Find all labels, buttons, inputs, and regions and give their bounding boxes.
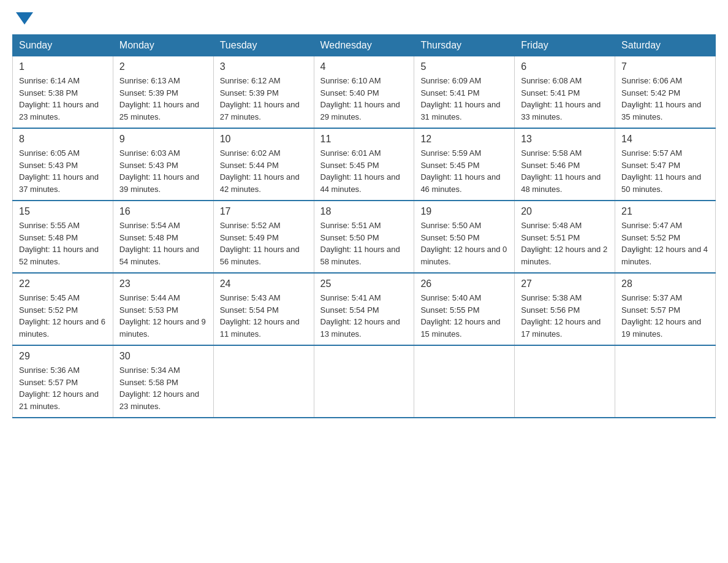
- header-cell-tuesday: Tuesday: [213, 35, 314, 56]
- day-info: Sunrise: 5:45 AMSunset: 5:52 PMDaylight:…: [19, 293, 105, 339]
- header-cell-wednesday: Wednesday: [314, 35, 414, 56]
- header-cell-monday: Monday: [113, 35, 213, 56]
- calendar-cell: 28 Sunrise: 5:37 AMSunset: 5:57 PMDaylig…: [615, 273, 716, 345]
- day-info: Sunrise: 5:54 AMSunset: 5:48 PMDaylight:…: [119, 221, 199, 266]
- day-info: Sunrise: 6:09 AMSunset: 5:41 PMDaylight:…: [420, 76, 500, 121]
- day-number: 26: [420, 278, 508, 289]
- day-info: Sunrise: 5:48 AMSunset: 5:51 PMDaylight:…: [521, 221, 607, 266]
- day-info: Sunrise: 6:13 AMSunset: 5:39 PMDaylight:…: [119, 76, 199, 121]
- calendar-cell: 4 Sunrise: 6:10 AMSunset: 5:40 PMDayligh…: [314, 56, 414, 129]
- calendar-body: 1 Sunrise: 6:14 AMSunset: 5:38 PMDayligh…: [13, 56, 716, 418]
- day-number: 11: [320, 134, 408, 145]
- day-number: 24: [220, 278, 308, 289]
- calendar-cell: [515, 345, 615, 418]
- day-number: 29: [19, 351, 107, 362]
- calendar-cell: 15 Sunrise: 5:55 AMSunset: 5:48 PMDaylig…: [13, 201, 113, 273]
- calendar-cell: [615, 345, 716, 418]
- day-info: Sunrise: 6:05 AMSunset: 5:43 PMDaylight:…: [19, 148, 99, 194]
- header-cell-sunday: Sunday: [13, 35, 113, 56]
- calendar-cell: 17 Sunrise: 5:52 AMSunset: 5:49 PMDaylig…: [213, 201, 314, 273]
- day-number: 1: [19, 61, 107, 72]
- day-info: Sunrise: 6:12 AMSunset: 5:39 PMDaylight:…: [220, 76, 300, 121]
- day-number: 2: [119, 61, 207, 72]
- day-number: 10: [220, 134, 308, 145]
- calendar-cell: 13 Sunrise: 5:58 AMSunset: 5:46 PMDaylig…: [515, 128, 615, 201]
- week-row-1: 1 Sunrise: 6:14 AMSunset: 5:38 PMDayligh…: [13, 56, 716, 129]
- calendar-cell: 10 Sunrise: 6:02 AMSunset: 5:44 PMDaylig…: [213, 128, 314, 201]
- calendar-cell: 12 Sunrise: 5:59 AMSunset: 5:45 PMDaylig…: [414, 128, 515, 201]
- day-info: Sunrise: 6:01 AMSunset: 5:45 PMDaylight:…: [320, 148, 400, 194]
- calendar-cell: 26 Sunrise: 5:40 AMSunset: 5:55 PMDaylig…: [414, 273, 515, 345]
- calendar-cell: 5 Sunrise: 6:09 AMSunset: 5:41 PMDayligh…: [414, 56, 515, 129]
- header-cell-thursday: Thursday: [414, 35, 515, 56]
- day-number: 7: [621, 61, 709, 72]
- day-number: 30: [119, 351, 207, 362]
- day-number: 28: [621, 278, 709, 289]
- calendar-cell: 30 Sunrise: 5:34 AMSunset: 5:58 PMDaylig…: [113, 345, 213, 418]
- week-row-3: 15 Sunrise: 5:55 AMSunset: 5:48 PMDaylig…: [13, 201, 716, 273]
- calendar-cell: 23 Sunrise: 5:44 AMSunset: 5:53 PMDaylig…: [113, 273, 213, 345]
- day-info: Sunrise: 5:37 AMSunset: 5:57 PMDaylight:…: [621, 293, 701, 339]
- day-info: Sunrise: 5:58 AMSunset: 5:46 PMDaylight:…: [521, 148, 601, 194]
- calendar-cell: 6 Sunrise: 6:08 AMSunset: 5:41 PMDayligh…: [515, 56, 615, 129]
- day-number: 5: [420, 61, 508, 72]
- calendar-cell: [213, 345, 314, 418]
- day-number: 6: [521, 61, 609, 72]
- day-info: Sunrise: 5:55 AMSunset: 5:48 PMDaylight:…: [19, 221, 99, 266]
- header-cell-saturday: Saturday: [615, 35, 716, 56]
- day-info: Sunrise: 6:02 AMSunset: 5:44 PMDaylight:…: [220, 148, 300, 194]
- day-info: Sunrise: 5:59 AMSunset: 5:45 PMDaylight:…: [420, 148, 500, 194]
- calendar-table: SundayMondayTuesdayWednesdayThursdayFrid…: [12, 34, 716, 418]
- calendar-cell: 14 Sunrise: 5:57 AMSunset: 5:47 PMDaylig…: [615, 128, 716, 201]
- day-number: 19: [420, 206, 508, 217]
- day-number: 25: [320, 278, 408, 289]
- day-number: 21: [621, 206, 709, 217]
- day-number: 27: [521, 278, 609, 289]
- logo: [12, 12, 33, 25]
- day-info: Sunrise: 5:51 AMSunset: 5:50 PMDaylight:…: [320, 221, 400, 266]
- day-info: Sunrise: 5:47 AMSunset: 5:52 PMDaylight:…: [621, 221, 708, 266]
- day-number: 12: [420, 134, 508, 145]
- calendar-cell: 21 Sunrise: 5:47 AMSunset: 5:52 PMDaylig…: [615, 201, 716, 273]
- day-info: Sunrise: 6:14 AMSunset: 5:38 PMDaylight:…: [19, 76, 99, 121]
- week-row-4: 22 Sunrise: 5:45 AMSunset: 5:52 PMDaylig…: [13, 273, 716, 345]
- calendar-cell: 8 Sunrise: 6:05 AMSunset: 5:43 PMDayligh…: [13, 128, 113, 201]
- calendar-cell: 9 Sunrise: 6:03 AMSunset: 5:43 PMDayligh…: [113, 128, 213, 201]
- day-number: 8: [19, 134, 107, 145]
- day-number: 13: [521, 134, 609, 145]
- calendar-cell: [414, 345, 515, 418]
- day-info: Sunrise: 5:52 AMSunset: 5:49 PMDaylight:…: [220, 221, 300, 266]
- day-number: 20: [521, 206, 609, 217]
- calendar-cell: 20 Sunrise: 5:48 AMSunset: 5:51 PMDaylig…: [515, 201, 615, 273]
- calendar-cell: 29 Sunrise: 5:36 AMSunset: 5:57 PMDaylig…: [13, 345, 113, 418]
- calendar-cell: 3 Sunrise: 6:12 AMSunset: 5:39 PMDayligh…: [213, 56, 314, 129]
- calendar-header: SundayMondayTuesdayWednesdayThursdayFrid…: [13, 35, 716, 56]
- day-info: Sunrise: 5:36 AMSunset: 5:57 PMDaylight:…: [19, 366, 99, 411]
- logo-triangle-icon: [16, 12, 33, 25]
- day-info: Sunrise: 5:40 AMSunset: 5:55 PMDaylight:…: [420, 293, 500, 339]
- day-info: Sunrise: 6:08 AMSunset: 5:41 PMDaylight:…: [521, 76, 601, 121]
- calendar-cell: 22 Sunrise: 5:45 AMSunset: 5:52 PMDaylig…: [13, 273, 113, 345]
- day-number: 4: [320, 61, 408, 72]
- calendar-cell: 18 Sunrise: 5:51 AMSunset: 5:50 PMDaylig…: [314, 201, 414, 273]
- day-number: 17: [220, 206, 308, 217]
- header: [12, 12, 716, 25]
- week-row-2: 8 Sunrise: 6:05 AMSunset: 5:43 PMDayligh…: [13, 128, 716, 201]
- calendar-cell: 11 Sunrise: 6:01 AMSunset: 5:45 PMDaylig…: [314, 128, 414, 201]
- day-number: 3: [220, 61, 308, 72]
- calendar-cell: 2 Sunrise: 6:13 AMSunset: 5:39 PMDayligh…: [113, 56, 213, 129]
- day-number: 14: [621, 134, 709, 145]
- day-number: 16: [119, 206, 207, 217]
- day-info: Sunrise: 5:50 AMSunset: 5:50 PMDaylight:…: [420, 221, 507, 266]
- day-info: Sunrise: 5:34 AMSunset: 5:58 PMDaylight:…: [119, 366, 199, 411]
- header-row: SundayMondayTuesdayWednesdayThursdayFrid…: [13, 35, 716, 56]
- calendar-cell: 27 Sunrise: 5:38 AMSunset: 5:56 PMDaylig…: [515, 273, 615, 345]
- day-info: Sunrise: 6:10 AMSunset: 5:40 PMDaylight:…: [320, 76, 400, 121]
- week-row-5: 29 Sunrise: 5:36 AMSunset: 5:57 PMDaylig…: [13, 345, 716, 418]
- day-info: Sunrise: 5:38 AMSunset: 5:56 PMDaylight:…: [521, 293, 601, 339]
- day-info: Sunrise: 5:43 AMSunset: 5:54 PMDaylight:…: [220, 293, 300, 339]
- calendar-cell: 7 Sunrise: 6:06 AMSunset: 5:42 PMDayligh…: [615, 56, 716, 129]
- day-number: 9: [119, 134, 207, 145]
- calendar-cell: 19 Sunrise: 5:50 AMSunset: 5:50 PMDaylig…: [414, 201, 515, 273]
- calendar-cell: 1 Sunrise: 6:14 AMSunset: 5:38 PMDayligh…: [13, 56, 113, 129]
